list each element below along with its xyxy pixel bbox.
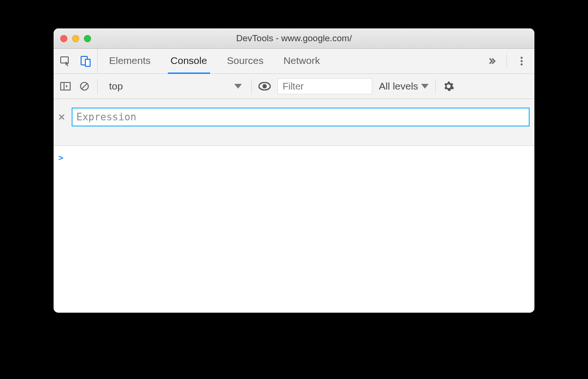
- device-toolbar-icon[interactable]: [79, 55, 92, 67]
- window-controls: [60, 35, 91, 42]
- log-levels-label: All levels: [379, 81, 418, 92]
- close-window-button[interactable]: [60, 35, 67, 42]
- devtools-window: DevTools - www.google.com/ Elements Cons…: [54, 28, 534, 313]
- chevron-down-icon: [421, 84, 429, 89]
- titlebar: DevTools - www.google.com/: [54, 28, 534, 49]
- inspect-element-icon[interactable]: [59, 55, 72, 67]
- panel-tabs: Elements Console Sources Network: [106, 49, 486, 73]
- svg-rect-2: [85, 59, 90, 66]
- context-selector[interactable]: top: [104, 78, 245, 94]
- console-prompt: >: [58, 153, 64, 162]
- live-expression-input[interactable]: [72, 108, 530, 126]
- clear-console-icon[interactable]: [78, 80, 91, 92]
- close-icon[interactable]: [58, 114, 67, 120]
- window-title: DevTools - www.google.com/: [54, 33, 534, 44]
- svg-point-5: [521, 60, 523, 62]
- separator: [435, 79, 436, 93]
- tab-elements[interactable]: Elements: [106, 49, 154, 74]
- zoom-window-button[interactable]: [84, 35, 91, 42]
- chevron-down-icon: [234, 84, 242, 89]
- log-levels-selector[interactable]: All levels: [379, 81, 429, 92]
- toggle-sidebar-icon[interactable]: [59, 80, 72, 92]
- panel-tabbar: Elements Console Sources Network: [54, 49, 534, 74]
- tabbar-right-controls: [486, 49, 534, 73]
- live-expression-row: [54, 99, 534, 146]
- console-output[interactable]: >: [54, 146, 534, 313]
- svg-point-4: [521, 57, 523, 59]
- svg-rect-7: [61, 82, 70, 90]
- kebab-menu-icon[interactable]: [515, 55, 528, 67]
- separator: [251, 79, 252, 93]
- tab-sources[interactable]: Sources: [224, 49, 266, 74]
- separator: [506, 54, 507, 68]
- context-selector-label: top: [109, 81, 123, 92]
- more-tabs-icon[interactable]: [486, 55, 498, 67]
- svg-rect-0: [61, 57, 68, 63]
- live-expression-icon[interactable]: [258, 80, 271, 92]
- minimize-window-button[interactable]: [72, 35, 79, 42]
- tab-console[interactable]: Console: [168, 49, 210, 74]
- svg-point-12: [263, 84, 267, 89]
- svg-line-10: [82, 84, 87, 89]
- console-toolbar: top All levels: [54, 74, 534, 99]
- filter-input[interactable]: [277, 78, 372, 94]
- tab-network[interactable]: Network: [281, 49, 323, 74]
- svg-point-6: [521, 63, 523, 65]
- separator: [97, 79, 98, 93]
- console-settings-icon[interactable]: [442, 80, 455, 92]
- tabbar-left-controls: [54, 49, 98, 73]
